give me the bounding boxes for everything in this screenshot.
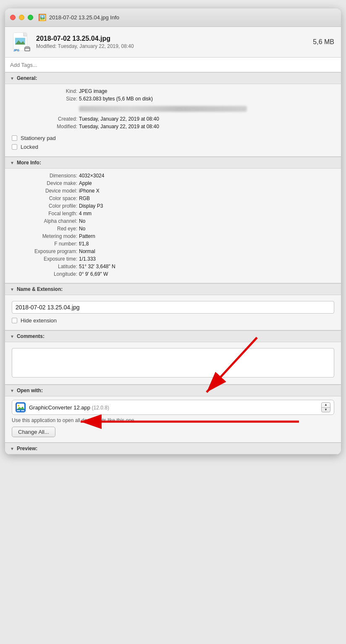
modified-row: Modified: Tuesday, January 22, 2019 at 0… <box>12 123 334 130</box>
svg-point-18 <box>18 405 19 406</box>
more-info-value: 4 mm <box>79 211 92 216</box>
general-section-label: General: <box>17 75 37 81</box>
more-info-value: iPhone X <box>79 188 100 194</box>
more-info-value: 0° 9' 6,69" W <box>79 271 108 277</box>
more-info-value: Display P3 <box>79 203 103 209</box>
app-icon <box>16 402 26 412</box>
created-row: Created: Tuesday, January 22, 2019 at 08… <box>12 115 334 123</box>
preview-chevron-icon: ▼ <box>10 446 14 451</box>
open-with-section-header[interactable]: ▼ Open with: <box>5 385 341 396</box>
blurred-path <box>79 106 247 112</box>
stationery-label: Stationery pad <box>21 135 56 141</box>
more-info-value: 51° 32' 3,648" N <box>79 264 115 269</box>
blurred-path-row <box>12 103 334 115</box>
more-info-chevron-icon: ▼ <box>10 161 14 165</box>
more-info-key: Longitude: <box>12 271 79 277</box>
file-icon: JPG <box>12 32 32 52</box>
more-info-section-header[interactable]: ▼ More Info: <box>5 157 341 169</box>
more-info-value: No <box>79 218 85 224</box>
general-section-content: Kind: JPEG image Size: 5.623.083 bytes (… <box>5 84 341 156</box>
more-info-value: Pattern <box>79 233 95 239</box>
more-info-value: Normal <box>79 248 95 254</box>
minimize-button[interactable] <box>19 15 24 20</box>
app-name: GraphicConverter 12.app (12.0.8) <box>29 404 318 411</box>
open-with-description: Use this application to open all documen… <box>12 417 334 423</box>
comments-section-header[interactable]: ▼ Comments: <box>5 330 341 342</box>
more-info-key: Alpha channel: <box>12 218 79 224</box>
app-selector[interactable]: GraphicConverter 12.app (12.0.8) ▲ ▼ <box>12 400 334 415</box>
size-row: Size: 5.623.083 bytes (5,6 MB on disk) <box>12 95 334 103</box>
more-info-value: 4032×3024 <box>79 173 104 179</box>
locked-checkbox[interactable] <box>12 144 17 150</box>
more-info-section-label: More Info: <box>17 160 41 166</box>
more-info-row: Dimensions: 4032×3024 <box>12 172 334 179</box>
open-with-section-content: GraphicConverter 12.app (12.0.8) ▲ ▼ Use… <box>5 396 341 442</box>
created-value: Tuesday, January 22, 2019 at 08:40 <box>79 116 159 122</box>
preview-section-header[interactable]: ▼ Preview: <box>5 443 341 454</box>
more-info-key: Dimensions: <box>12 173 79 179</box>
svg-rect-9 <box>25 46 29 48</box>
more-info-section-content: Dimensions: 4032×3024 Device make: Apple… <box>5 169 341 283</box>
kind-row: Kind: JPEG image <box>12 87 334 95</box>
title-file-icon: 🖼️ <box>38 13 47 21</box>
svg-rect-2 <box>24 33 27 36</box>
general-section-header[interactable]: ▼ General: <box>5 72 341 84</box>
comments-chevron-icon: ▼ <box>10 334 14 339</box>
comments-textarea[interactable] <box>12 348 334 377</box>
file-modified: Modified: Tuesday, January 22, 2019, 08:… <box>36 43 134 49</box>
more-info-row: Device model: iPhone X <box>12 187 334 195</box>
tags-section <box>5 58 341 72</box>
file-info-text: 2018-07-02 13.25.04.jpg Modified: Tuesda… <box>36 35 134 49</box>
locked-row: Locked <box>12 143 334 151</box>
more-info-value: Apple <box>79 180 92 186</box>
more-info-row: Longitude: 0° 9' 6,69" W <box>12 270 334 278</box>
hide-extension-label: Hide extension <box>21 317 57 324</box>
comments-section-label: Comments: <box>17 333 45 339</box>
title-bar: 🖼️ 2018-07-02 13.25.04.jpg Info <box>5 8 341 27</box>
more-info-value: No <box>79 226 85 232</box>
created-label: Created: <box>12 116 79 122</box>
filename-input[interactable] <box>12 301 334 314</box>
hide-extension-row: Hide extension <box>12 316 334 325</box>
close-button[interactable] <box>10 15 16 20</box>
file-header-left: JPG 2018-07-02 13.25.04.jpg Modified: Tu… <box>12 32 134 52</box>
maximize-button[interactable] <box>28 15 33 20</box>
info-window: 🖼️ 2018-07-02 13.25.04.jpg Info JPG <box>5 8 341 454</box>
size-label: Size: <box>12 96 79 102</box>
change-all-button[interactable]: Change All... <box>12 427 55 437</box>
general-chevron-icon: ▼ <box>10 76 14 81</box>
more-info-key: Color profile: <box>12 203 79 209</box>
modified-value: Tuesday, January 22, 2019 at 08:40 <box>79 124 159 129</box>
name-extension-section-label: Name & Extension: <box>17 286 63 292</box>
file-header: JPG 2018-07-02 13.25.04.jpg Modified: Tu… <box>5 27 341 58</box>
more-info-row: Device make: Apple <box>12 179 334 187</box>
file-size: 5,6 MB <box>313 38 334 46</box>
stationery-row: Stationery pad <box>12 134 334 143</box>
traffic-lights <box>10 15 33 20</box>
preview-section-label: Preview: <box>17 446 37 451</box>
more-info-key: Focal length: <box>12 211 79 216</box>
more-info-row: Alpha channel: No <box>12 217 334 225</box>
more-info-row: F number: f/1,8 <box>12 240 334 248</box>
open-with-section-label: Open with: <box>17 388 43 393</box>
size-value: 5.623.083 bytes (5,6 MB on disk) <box>79 96 153 102</box>
stationery-checkbox[interactable] <box>12 135 17 141</box>
svg-rect-20 <box>21 410 24 411</box>
kind-value: JPEG image <box>79 88 107 94</box>
more-info-value: RGB <box>79 195 90 201</box>
tags-input[interactable] <box>10 62 336 68</box>
app-stepper[interactable]: ▲ ▼ <box>321 402 330 412</box>
app-version: (12.0.8) <box>92 405 109 411</box>
stepper-down-icon: ▼ <box>322 408 330 412</box>
more-info-key: Exposure time: <box>12 256 79 262</box>
hide-extension-checkbox[interactable] <box>12 318 17 323</box>
more-info-key: Color space: <box>12 195 79 201</box>
open-with-chevron-icon: ▼ <box>10 388 14 393</box>
more-info-row: Exposure program: Normal <box>12 248 334 255</box>
name-extension-section-content: Hide extension <box>5 295 341 330</box>
more-info-key: Device make: <box>12 180 79 186</box>
more-info-row: Focal length: 4 mm <box>12 210 334 217</box>
more-info-row: Color space: RGB <box>12 195 334 202</box>
locked-label: Locked <box>21 144 38 150</box>
name-extension-section-header[interactable]: ▼ Name & Extension: <box>5 283 341 295</box>
